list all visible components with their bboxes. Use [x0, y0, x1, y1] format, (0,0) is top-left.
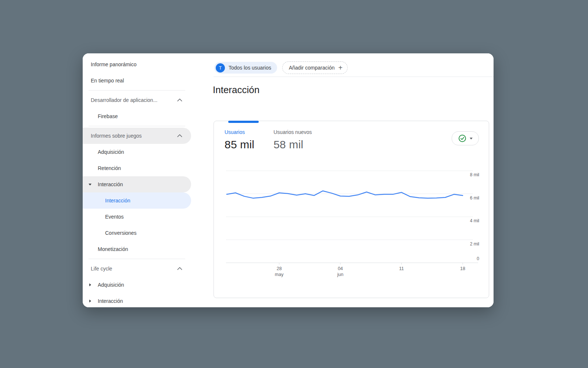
sidebar-item-adquisicion-16[interactable]: Adquisición: [83, 277, 191, 293]
svg-text:jun: jun: [337, 272, 344, 277]
audience-chip[interactable]: T Todos los usuarios: [214, 62, 277, 74]
metric-label: Usuarios: [225, 129, 254, 135]
svg-text:2 mil: 2 mil: [470, 241, 479, 247]
svg-text:may: may: [275, 272, 284, 277]
sidebar-item-label: Desarrollador de aplicacion...: [91, 97, 157, 103]
sidebar-item-interaccion-17[interactable]: Interacción: [83, 293, 191, 307]
svg-text:28: 28: [277, 266, 282, 271]
sidebar-item-adquisicion-7[interactable]: Adquisición: [83, 144, 191, 160]
chevron-down-icon: [470, 138, 473, 139]
sidebar-item-label: Conversiones: [105, 230, 137, 236]
check-circle-icon: [458, 134, 466, 142]
svg-text:11: 11: [399, 266, 404, 271]
line-chart: 02 mil4 mil6 mil8 mil28may04jun1118: [219, 155, 480, 280]
grid-lines: [226, 171, 473, 240]
sidebar-item-label: Adquisición: [98, 282, 124, 288]
triangle-right-icon: [89, 283, 91, 286]
audience-avatar: T: [216, 63, 225, 72]
chevron-up-icon: [177, 98, 182, 103]
sidebar-item-label: En tiempo real: [91, 78, 124, 84]
triangle-right-icon: [89, 300, 91, 302]
header-divider: [214, 77, 494, 77]
svg-text:6 mil: 6 mil: [470, 195, 479, 201]
metric-tab-usuarios[interactable]: Usuarios 85 mil: [225, 129, 254, 151]
plus-icon: +: [338, 64, 343, 71]
report-summary-card: Usuarios 85 mil Usuarios nuevos 58 mil 0…: [214, 121, 489, 298]
metric-value: 85 mil: [225, 138, 254, 151]
data-quality-dropdown[interactable]: [452, 131, 479, 145]
metric-value: 58 mil: [273, 138, 312, 151]
chevron-up-icon: [177, 134, 182, 139]
data-line-usuarios: [227, 191, 463, 198]
triangle-down-icon: [89, 184, 92, 185]
sidebar-item-conversiones-12[interactable]: Conversiones: [83, 225, 191, 241]
sidebar-item-en-tiempo-real-1[interactable]: En tiempo real: [83, 72, 191, 89]
sidebar-item-label: Eventos: [105, 214, 124, 220]
svg-text:4 mil: 4 mil: [470, 218, 479, 223]
sidebar-divider: [89, 126, 185, 126]
sidebar-item-interaccion-10[interactable]: Interacción: [83, 192, 191, 209]
sidebar-item-label: Interacción: [98, 298, 123, 304]
analytics-app-window: Informe panorámicoEn tiempo realDesarrol…: [83, 53, 494, 307]
sidebar-item-label: Monetización: [98, 246, 128, 252]
svg-text:18: 18: [460, 266, 465, 271]
sidebar-item-life-cycle-15[interactable]: Life cycle: [83, 261, 191, 277]
audience-chip-label: Todos los usuarios: [229, 65, 271, 71]
sidebar-divider: [89, 90, 185, 91]
add-comparison-button[interactable]: Añadir comparación +: [282, 61, 348, 74]
sidebar-item-informe-panoramico-0[interactable]: Informe panorámico: [83, 56, 191, 72]
comparison-chips-row: T Todos los usuarios Añadir comparación …: [214, 61, 348, 74]
svg-text:0: 0: [477, 256, 479, 261]
sidebar-item-firebase-4[interactable]: Firebase: [83, 108, 191, 124]
sidebar-item-label: Adquisición: [98, 149, 124, 155]
active-metric-tab-indicator: [228, 121, 259, 123]
sidebar-item-eventos-11[interactable]: Eventos: [83, 209, 191, 225]
svg-text:04: 04: [338, 266, 343, 271]
metric-label: Usuarios nuevos: [273, 129, 312, 135]
sidebar-item-label: Life cycle: [91, 266, 112, 272]
sidebar-divider: [89, 259, 185, 259]
sidebar-item-label: Interacción: [98, 181, 123, 187]
sidebar-item-desarrollador-de-aplicacion-3[interactable]: Desarrollador de aplicacion...: [83, 92, 191, 108]
sidebar-item-label: Firebase: [98, 113, 118, 119]
x-axis-labels: 28may04jun1118: [275, 263, 465, 277]
sidebar-item-interaccion-9[interactable]: Interacción: [83, 176, 191, 192]
metric-tabs: Usuarios 85 mil Usuarios nuevos 58 mil: [225, 129, 312, 151]
sidebar-item-informes-sobre-juegos-6[interactable]: Informes sobre juegos: [83, 128, 191, 144]
line-chart-svg: 02 mil4 mil6 mil8 mil28may04jun1118: [219, 155, 480, 280]
sidebar-item-monetizacion-13[interactable]: Monetización: [83, 241, 191, 257]
sidebar-item-label: Informe panorámico: [91, 61, 137, 67]
report-nav-sidebar: Informe panorámicoEn tiempo realDesarrol…: [83, 53, 191, 307]
add-comparison-label: Añadir comparación: [289, 65, 335, 71]
sidebar-item-label: Informes sobre juegos: [91, 133, 142, 139]
main-content: T Todos los usuarios Añadir comparación …: [191, 53, 494, 307]
svg-text:8 mil: 8 mil: [470, 172, 479, 177]
chevron-up-icon: [177, 267, 182, 272]
sidebar-item-retencion-8[interactable]: Retención: [83, 160, 191, 176]
sidebar-item-label: Retención: [98, 165, 121, 171]
page-title: Interacción: [213, 84, 259, 96]
metric-tab-usuarios-nuevos[interactable]: Usuarios nuevos 58 mil: [273, 129, 312, 151]
sidebar-item-label: Interacción: [105, 198, 130, 204]
